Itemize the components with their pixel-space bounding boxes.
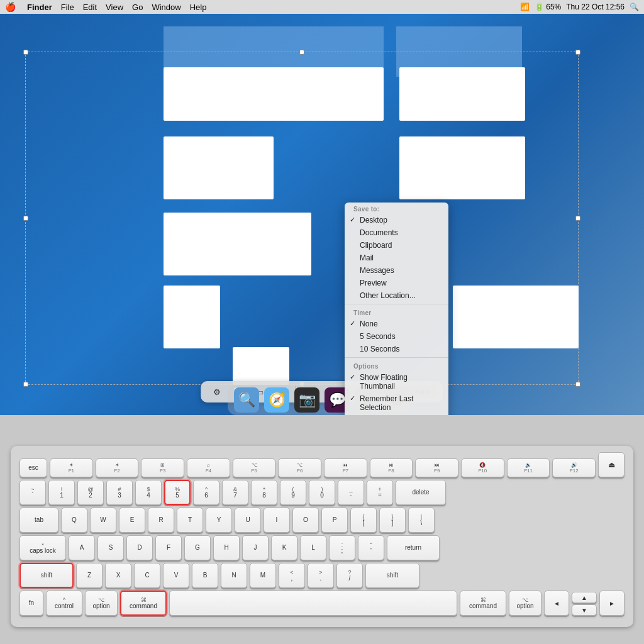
opt-floating[interactable]: Show Floating Thumbnail bbox=[345, 371, 448, 392]
key-command-right[interactable]: ⌘command bbox=[460, 591, 506, 616]
key-t[interactable]: T bbox=[177, 508, 203, 533]
handle-tr[interactable] bbox=[575, 50, 580, 55]
key-backslash[interactable]: |\ bbox=[408, 508, 435, 533]
key-arrow-down[interactable]: ▼ bbox=[572, 604, 597, 616]
apple-icon[interactable]: 🍎 bbox=[5, 2, 16, 12]
key-f9[interactable]: ⏭F9 bbox=[415, 458, 458, 477]
key-f4[interactable]: ⌕F4 bbox=[187, 458, 230, 477]
key-a[interactable]: A bbox=[69, 535, 95, 560]
key-y[interactable]: Y bbox=[206, 508, 232, 533]
key-z[interactable]: Z bbox=[76, 563, 103, 588]
key-fn[interactable]: fn bbox=[19, 591, 43, 616]
key-arrow-left[interactable]: ◄ bbox=[544, 591, 569, 616]
key-tab[interactable]: tab bbox=[19, 508, 58, 533]
key-9[interactable]: (9 bbox=[280, 480, 306, 505]
key-f10[interactable]: 🔇F10 bbox=[461, 458, 504, 477]
dock-safari[interactable]: 🧭 bbox=[264, 387, 289, 413]
key-6[interactable]: ^6 bbox=[193, 480, 219, 505]
key-s[interactable]: S bbox=[97, 535, 124, 560]
key-backtick[interactable]: ~` bbox=[19, 480, 46, 505]
key-7[interactable]: &7 bbox=[222, 480, 248, 505]
key-1[interactable]: !1 bbox=[48, 480, 75, 505]
key-f2[interactable]: ✶F2 bbox=[96, 458, 139, 477]
key-slash[interactable]: ?/ bbox=[336, 563, 363, 588]
key-i[interactable]: I bbox=[264, 508, 290, 533]
key-f8[interactable]: ⏯F8 bbox=[370, 458, 413, 477]
key-f6[interactable]: ⌥F6 bbox=[278, 458, 321, 477]
key-f5[interactable]: ⌥F5 bbox=[233, 458, 276, 477]
key-rbracket[interactable]: }] bbox=[379, 508, 406, 533]
menu-edit[interactable]: Edit bbox=[83, 3, 97, 12]
key-delete[interactable]: delete bbox=[396, 480, 446, 505]
key-h[interactable]: H bbox=[213, 535, 240, 560]
key-esc[interactable]: esc bbox=[19, 458, 47, 477]
key-3[interactable]: #3 bbox=[106, 480, 133, 505]
menu-documents[interactable]: Documents bbox=[345, 226, 448, 239]
key-8[interactable]: *8 bbox=[251, 480, 277, 505]
key-arrow-right[interactable]: ► bbox=[599, 591, 625, 616]
key-space[interactable] bbox=[169, 591, 457, 616]
key-n[interactable]: N bbox=[221, 563, 247, 588]
menu-go[interactable]: Go bbox=[132, 3, 143, 12]
key-b[interactable]: B bbox=[192, 563, 218, 588]
opt-remember[interactable]: Remember Last Selection bbox=[345, 392, 448, 414]
key-option-left[interactable]: ⌥option bbox=[85, 591, 118, 616]
key-period[interactable]: >. bbox=[308, 563, 334, 588]
menu-file[interactable]: File bbox=[61, 3, 74, 12]
handle-bl[interactable] bbox=[23, 382, 28, 387]
key-r[interactable]: R bbox=[148, 508, 174, 533]
key-f12[interactable]: 🔊F12 bbox=[552, 458, 596, 477]
key-f1[interactable]: ✶F1 bbox=[50, 458, 93, 477]
key-d[interactable]: D bbox=[126, 535, 153, 560]
key-minus[interactable]: _- bbox=[338, 480, 364, 505]
handle-tl[interactable] bbox=[23, 50, 28, 55]
key-caps-lock[interactable]: *caps lock bbox=[19, 535, 66, 560]
menu-clipboard[interactable]: Clipboard bbox=[345, 239, 448, 252]
key-4[interactable]: $4 bbox=[135, 480, 162, 505]
handle-br[interactable] bbox=[575, 382, 580, 387]
key-x[interactable]: X bbox=[105, 563, 131, 588]
key-g[interactable]: G bbox=[184, 535, 211, 560]
key-j[interactable]: J bbox=[242, 535, 269, 560]
menu-window[interactable]: Window bbox=[152, 3, 180, 12]
menu-other-location[interactable]: Other Location... bbox=[345, 289, 448, 302]
key-w[interactable]: W bbox=[90, 508, 116, 533]
key-m[interactable]: M bbox=[250, 563, 276, 588]
key-eject[interactable]: ⏏ bbox=[598, 452, 625, 477]
menu-messages[interactable]: Messages bbox=[345, 264, 448, 277]
menu-help[interactable]: Help bbox=[190, 3, 207, 12]
key-comma[interactable]: <, bbox=[279, 563, 305, 588]
key-command-left[interactable]: ⌘command bbox=[120, 591, 167, 616]
key-2[interactable]: @2 bbox=[77, 480, 104, 505]
key-5[interactable]: %5 bbox=[164, 480, 191, 505]
key-f[interactable]: F bbox=[155, 535, 182, 560]
key-f7[interactable]: ⏮F7 bbox=[324, 458, 367, 477]
key-f3[interactable]: ⊞F3 bbox=[141, 458, 184, 477]
timer-5s[interactable]: 5 Seconds bbox=[345, 330, 448, 343]
menu-desktop[interactable]: Desktop bbox=[345, 214, 448, 226]
key-arrow-up[interactable]: ▲ bbox=[572, 592, 597, 603]
app-name[interactable]: Finder bbox=[27, 3, 52, 12]
handle-tc[interactable] bbox=[299, 50, 304, 55]
key-quote[interactable]: "' bbox=[358, 535, 384, 560]
key-shift-left[interactable]: shift bbox=[19, 563, 74, 588]
key-k[interactable]: K bbox=[271, 535, 297, 560]
key-o[interactable]: O bbox=[292, 508, 319, 533]
tool-settings[interactable]: ⚙ bbox=[208, 385, 226, 399]
search-icon[interactable]: 🔍 bbox=[630, 3, 639, 11]
key-option-right[interactable]: ⌥option bbox=[509, 591, 541, 616]
key-q[interactable]: Q bbox=[61, 508, 87, 533]
key-return[interactable]: return bbox=[387, 535, 440, 560]
key-p[interactable]: P bbox=[321, 508, 348, 533]
key-lbracket[interactable]: {[ bbox=[350, 508, 377, 533]
dock-finder[interactable]: 🔍 bbox=[234, 387, 259, 413]
key-semicolon[interactable]: :; bbox=[329, 535, 355, 560]
key-shift-right[interactable]: shift bbox=[365, 563, 419, 588]
key-u[interactable]: U bbox=[235, 508, 261, 533]
handle-mr[interactable] bbox=[575, 216, 580, 221]
key-e[interactable]: E bbox=[119, 508, 145, 533]
key-f11[interactable]: 🔉F11 bbox=[507, 458, 550, 477]
key-equals[interactable]: += bbox=[367, 480, 393, 505]
key-v[interactable]: V bbox=[163, 563, 189, 588]
key-0[interactable]: )0 bbox=[309, 480, 335, 505]
